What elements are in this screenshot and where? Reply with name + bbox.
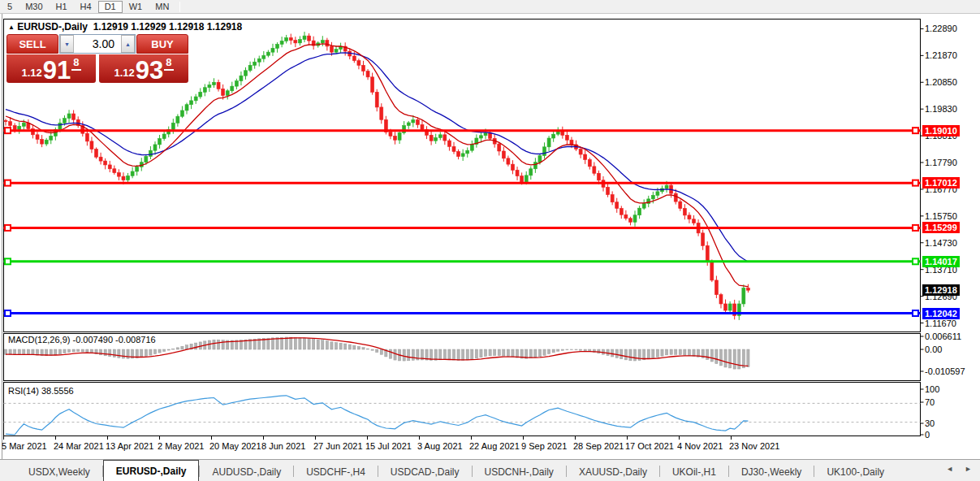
date-label: 5 Mar 2021 bbox=[2, 441, 47, 451]
tab-dj30-weekly[interactable]: DJ30-,Weekly bbox=[729, 463, 814, 481]
macd-label: MACD(12,26,9) -0.007490 -0.008716 bbox=[8, 335, 156, 344]
buy-price-display[interactable]: 1.12 93 8 bbox=[99, 54, 188, 83]
tabs-scroll-right-icon[interactable]: ► bbox=[965, 465, 972, 473]
tab-usdchf-h4[interactable]: USDCHF-,H4 bbox=[294, 463, 378, 481]
date-label: 8 Jun 2021 bbox=[261, 441, 305, 451]
price-tick-label: 1.17790 bbox=[925, 158, 957, 167]
quote-open: 1.12919 bbox=[93, 21, 128, 32]
sell-button[interactable]: SELL bbox=[6, 34, 58, 54]
price-badge: 1.17012 bbox=[922, 177, 960, 188]
tabs-scroll-left-icon[interactable]: ◄ bbox=[946, 465, 953, 473]
buy-price-small: 1.12 bbox=[114, 67, 134, 79]
tab-eurusd-daily[interactable]: EURUSD-,Daily bbox=[103, 460, 200, 481]
price-badge: 1.14017 bbox=[922, 256, 960, 267]
price-tick-label: 1.22890 bbox=[925, 24, 957, 33]
quote-low: 1.12918 bbox=[169, 21, 204, 32]
date-label: 13 Apr 2021 bbox=[106, 441, 153, 451]
buy-price-big: 93 bbox=[136, 60, 163, 81]
macd-axis-label: 0.00 bbox=[925, 344, 942, 354]
price-badge: 1.12042 bbox=[922, 308, 960, 319]
price-tick-label: 1.20850 bbox=[925, 77, 957, 87]
volume-increase-button[interactable]: ▲ bbox=[121, 35, 135, 53]
tab-usdx-weekly[interactable]: USDX,Weekly bbox=[16, 463, 102, 481]
sell-price-display[interactable]: 1.12 91 8 bbox=[6, 54, 96, 83]
sell-price-big: 91 bbox=[43, 60, 71, 81]
sell-price-small: 1.12 bbox=[21, 67, 41, 79]
rsi-axis-label: 30 bbox=[925, 418, 935, 428]
symbol-label: EURUSD-,Daily bbox=[17, 21, 88, 32]
date-label: 20 May 2021 bbox=[209, 441, 261, 451]
date-label: 2 May 2021 bbox=[158, 441, 204, 451]
date-label: 9 Sep 2021 bbox=[521, 441, 567, 451]
macd-axis-label: 0.006611 bbox=[925, 332, 961, 341]
collapse-panel-icon[interactable]: ▲ bbox=[8, 24, 15, 31]
chevron-down-icon: ▼ bbox=[64, 41, 70, 47]
date-label: 15 Jul 2021 bbox=[365, 441, 412, 451]
quote-close: 1.12918 bbox=[207, 21, 242, 32]
price-badge: 1.19010 bbox=[922, 125, 960, 136]
price-badge: 1.12918 bbox=[922, 284, 960, 296]
date-label: 4 Nov 2021 bbox=[677, 441, 723, 451]
tab-usdcnh-daily[interactable]: USDCNH-,Daily bbox=[473, 463, 566, 481]
tab-xauusd-daily[interactable]: XAUUSD-,Daily bbox=[567, 463, 659, 481]
tab-scroll-arrows: ◄ ► bbox=[946, 465, 972, 473]
chart-tab-bar: USDX,WeeklyEURUSD-,DailyAUDUSD-,DailyUSD… bbox=[0, 459, 980, 481]
quote-high: 1.12929 bbox=[131, 21, 166, 32]
rsi-axis-label: 100 bbox=[925, 384, 939, 394]
chart-ohlc-header: ▲ EURUSD-,Daily 1.12919 1.12929 1.12918 … bbox=[8, 21, 242, 32]
date-label: 3 Aug 2021 bbox=[417, 441, 463, 451]
volume-input[interactable]: 3.00 bbox=[74, 35, 121, 53]
sell-price-pip: 8 bbox=[71, 56, 80, 71]
date-label: 28 Sep 2021 bbox=[573, 441, 624, 451]
rsi-axis-label: 0 bbox=[925, 430, 930, 440]
tab-audusd-daily[interactable]: AUDUSD-,Daily bbox=[200, 463, 293, 481]
tab-usdcad-daily[interactable]: USDCAD-,Daily bbox=[378, 463, 472, 481]
date-label: 23 Nov 2021 bbox=[729, 441, 779, 451]
buy-price-pip: 8 bbox=[164, 56, 173, 71]
tab-ukoil-h1[interactable]: UKOil-,H1 bbox=[660, 463, 728, 481]
tab-uk100-daily[interactable]: UK100-,Daily bbox=[814, 463, 896, 481]
volume-decrease-button[interactable]: ▼ bbox=[60, 35, 74, 53]
rsi-label: RSI(14) 38.5556 bbox=[8, 386, 74, 396]
chevron-up-icon: ▲ bbox=[125, 41, 131, 47]
volume-stepper: ▼ 3.00 ▲ bbox=[59, 34, 136, 54]
price-tick-label: 1.11670 bbox=[925, 318, 956, 328]
price-tick-label: 1.15750 bbox=[925, 211, 957, 221]
date-label: 22 Aug 2021 bbox=[469, 441, 520, 451]
buy-button[interactable]: BUY bbox=[136, 34, 188, 54]
date-label: 27 Jun 2021 bbox=[313, 441, 363, 451]
date-label: 17 Oct 2021 bbox=[625, 441, 674, 451]
price-badge: 1.15299 bbox=[922, 222, 960, 233]
price-tick-label: 1.14730 bbox=[925, 238, 957, 248]
rsi-axis-label: 70 bbox=[925, 397, 935, 407]
date-label: 24 Mar 2021 bbox=[54, 441, 104, 451]
mt4-window: 5M30H1H4D1W1MN ▲ EURUSD-,Daily 1.12919 1… bbox=[0, 0, 980, 481]
macd-axis-label: -0.010597 bbox=[925, 366, 965, 376]
price-tick-label: 1.19830 bbox=[925, 104, 957, 114]
one-click-trade-panel: SELL ▼ 3.00 ▲ BUY 1.12 91 8 1.12 93 8 bbox=[6, 34, 188, 83]
price-tick-label: 1.21870 bbox=[925, 50, 957, 60]
